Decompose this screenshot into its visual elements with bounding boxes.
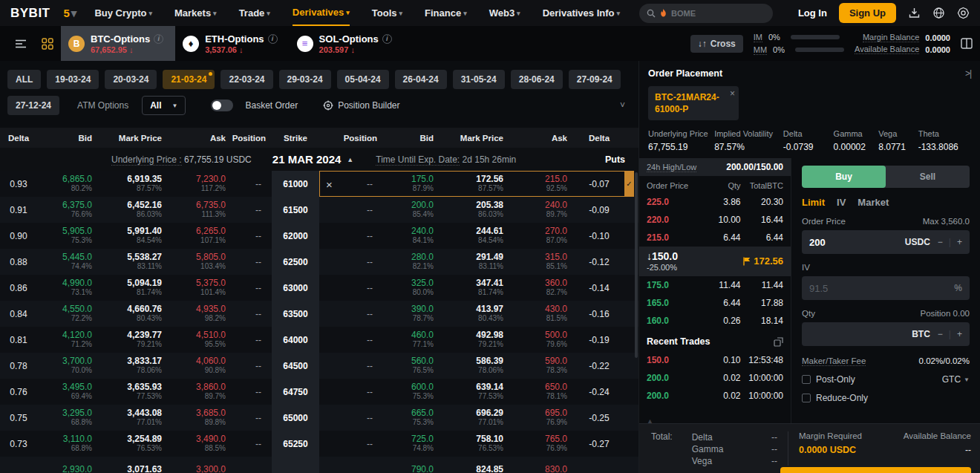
date-chip-19-03-24[interactable]: 19-03-24 [47, 70, 99, 89]
qty-input[interactable]: BTC −|+ [802, 322, 970, 346]
chain-rows: 0.93 6,865.080.2% 6,919.3587.57% 7,230.0… [0, 171, 638, 473]
strike-cell: 64000 [272, 327, 319, 353]
collapse-chevron-icon[interactable]: ˅ [620, 100, 625, 111]
date-chip-29-03-24[interactable]: 29-03-24 [279, 70, 331, 89]
date-chip-26-04-24[interactable]: 26-04-24 [395, 70, 447, 89]
sol-coin-icon: ≡ [297, 36, 313, 52]
ask-row[interactable]: 225.03.8620.30 [639, 193, 791, 211]
date-chip-21-03-24[interactable]: 21-03-24 [163, 70, 215, 89]
bid-row[interactable]: 160.00.2618.14 [639, 312, 791, 330]
buy-button[interactable]: Buy [802, 166, 886, 188]
language-globe-icon[interactable] [932, 7, 945, 19]
post-only-checkbox[interactable] [802, 375, 811, 384]
reduce-only-checkbox[interactable] [802, 394, 811, 402]
bid-row[interactable]: 165.06.4417.88 [639, 294, 791, 312]
option-row-62000[interactable]: 0.90 5,905.075.3% 5,991.4084.54% 6,265.0… [0, 223, 638, 249]
decrement-icon[interactable]: − [938, 237, 943, 247]
date-chip-28-06-24[interactable]: 28-06-24 [511, 70, 563, 89]
total-greek-gamma: Gamma-- [692, 443, 777, 455]
option-row-65250[interactable]: 0.73 3,110.068.8% 3,254.8976.53% 3,490.0… [0, 431, 638, 457]
margin-ratios: IM0% MM0% [754, 33, 844, 55]
nav-item-trade[interactable]: Trade▾ [239, 0, 270, 26]
fee-label: Maker/Taker Fee [802, 356, 866, 366]
settings-gear-icon[interactable] [957, 7, 970, 19]
symbol-tab-btc-options[interactable]: B BTC-Options i 67,652.95 ↓ [61, 26, 175, 61]
orderbook-layout-icon[interactable] [961, 38, 973, 49]
bid-row[interactable]: 175.011.4411.44 [639, 276, 791, 294]
orderbook-headers: Order PriceQtyTotalBTC [639, 176, 791, 193]
date-chip-27-09-24[interactable]: 27-09-24 [569, 70, 621, 89]
close-icon[interactable]: × [326, 177, 333, 190]
orderbook: 24h High/Low 200.00/150.00 Order PriceQt… [639, 158, 791, 423]
basket-order-toggle[interactable] [211, 100, 233, 111]
nav-item-tools[interactable]: Tools▾ [372, 0, 402, 26]
nav-item-derivatives-info[interactable]: Derivatives Info▾ [543, 0, 620, 26]
selected-contract-chip[interactable]: BTC-21MAR24-61000-P × [648, 86, 739, 120]
option-row-64750[interactable]: 0.76 3,495.069.4% 3,635.9377.53% 3,860.0… [0, 379, 638, 405]
margin-mode-cross-button[interactable]: ↓↑ Cross [690, 35, 743, 53]
option-row-65000[interactable]: 0.75 3,295.068.8% 3,443.0877.01% 3,685.0… [0, 405, 638, 431]
order-price-label: Order Price [802, 217, 846, 226]
col-header-delta: Delta [573, 134, 625, 143]
symbol-tab-sol-options[interactable]: ≡ SOL-Options i 203.597 ↓ [290, 26, 404, 61]
submit-order-button[interactable] [780, 467, 971, 473]
expand-icon[interactable] [774, 337, 783, 347]
date-chip-20-03-24[interactable]: 20-03-24 [105, 70, 157, 89]
login-button[interactable]: Log In [798, 7, 827, 19]
date-chip-05-04-24[interactable]: 05-04-24 [337, 70, 389, 89]
anniversary-5-icon[interactable]: 5▾ [64, 7, 77, 20]
high-low-label: 24h High/Low [647, 163, 696, 172]
high-low-value: 200.00/150.00 [726, 162, 783, 172]
symbol-tab-eth-options[interactable]: ♦ ETH-Options i 3,537.06 ↓ [175, 26, 289, 61]
expiry-title-dropdown[interactable]: 21 MAR 2024▲ [272, 153, 353, 166]
iv-placeholder: 91.5 [809, 283, 954, 294]
option-row-61000[interactable]: 0.93 6,865.080.2% 6,919.3587.57% 7,230.0… [0, 171, 638, 197]
search-icon [647, 9, 656, 18]
order-type-tab-limit[interactable]: Limit [802, 197, 825, 208]
option-row-64000[interactable]: 0.81 4,120.071.2% 4,239.7779.21% 4,510.0… [0, 327, 638, 353]
date-chip-all[interactable]: ALL [7, 70, 41, 89]
position-builder-icon [323, 100, 333, 111]
search-input[interactable]: BOME [639, 4, 773, 23]
position-builder-button[interactable]: Position Builder [323, 100, 399, 111]
grid-view-icon[interactable] [42, 38, 53, 50]
option-row-partial[interactable]: 2,930.0 3,071.63 3,300.0 790.0 824.85 83… [0, 457, 638, 473]
trade-row: 150.00.1012:53:48 [639, 351, 791, 369]
bybit-logo[interactable]: BYBIT [10, 6, 50, 21]
nav-item-finance[interactable]: Finance▾ [425, 0, 467, 26]
date-chip-27-12-24[interactable]: 27-12-24 [7, 96, 59, 115]
chevron-down-icon: ▾ [148, 10, 152, 17]
expand-up-icon[interactable]: ▲ [647, 417, 653, 425]
collapse-panel-icon[interactable]: >| [965, 68, 971, 79]
filter-menu-icon[interactable] [15, 39, 27, 49]
increment-icon[interactable]: + [957, 237, 962, 247]
margin-balance-label: Margin Balance [863, 33, 919, 42]
nav-item-buy-crypto[interactable]: Buy Crypto▾ [94, 0, 152, 26]
nav-item-web3[interactable]: Web3▾ [489, 0, 520, 26]
download-app-icon[interactable] [908, 7, 921, 19]
signup-button[interactable]: Sign Up [839, 3, 896, 23]
time-in-force-select[interactable]: GTC▼ [942, 374, 970, 385]
atm-filter-select[interactable]: All▼ [142, 96, 186, 115]
increment-icon[interactable]: + [957, 329, 962, 339]
option-row-64500[interactable]: 0.78 3,700.070.0% 3,833.1778.06% 4,060.0… [0, 353, 638, 379]
option-row-62500[interactable]: 0.88 5,445.074.4% 5,538.2783.11% 5,805.0… [0, 249, 638, 275]
decrement-icon[interactable]: − [938, 329, 943, 339]
order-type-tab-iv[interactable]: IV [837, 197, 846, 208]
date-chip-22-03-24[interactable]: 22-03-24 [220, 70, 272, 89]
option-row-61500[interactable]: 0.91 6,375.076.6% 6,452.1686.03% 6,735.0… [0, 197, 638, 223]
sell-button[interactable]: Sell [886, 166, 970, 188]
col-header-bid: Bid [383, 134, 440, 143]
order-price-input[interactable]: 200 USDC −|+ [802, 230, 970, 254]
nav-item-markets[interactable]: Markets▾ [174, 0, 217, 26]
main-nav: Buy Crypto▾Markets▾Trade▾Derivatives▾Too… [94, 0, 620, 26]
order-type-tab-market[interactable]: Market [858, 197, 889, 208]
iv-input[interactable]: 91.5 % [802, 276, 970, 300]
ask-row[interactable]: 220.010.0016.44 [639, 211, 791, 229]
option-row-63000[interactable]: 0.86 4,990.073.1% 5,094.1981.74% 5,375.0… [0, 275, 638, 301]
date-chip-31-05-24[interactable]: 31-05-24 [453, 70, 505, 89]
ask-row[interactable]: 215.06.446.44 [639, 229, 791, 247]
option-row-63500[interactable]: 0.84 4,550.072.2% 4,660.7680.43% 4,935.0… [0, 301, 638, 327]
nav-item-derivatives[interactable]: Derivatives▾ [293, 0, 350, 26]
close-icon[interactable]: × [730, 88, 735, 100]
